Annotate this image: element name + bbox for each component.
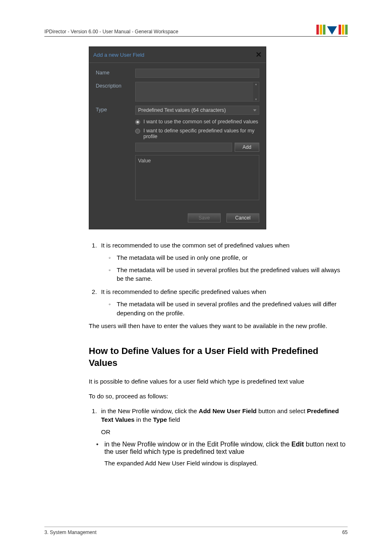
cancel-button[interactable]: Cancel bbox=[226, 213, 259, 222]
footer-section: 3. System Management bbox=[44, 530, 97, 535]
name-label: Name bbox=[96, 69, 135, 78]
radio-label: I want to use the common set of predefin… bbox=[143, 119, 258, 125]
radio-label: I want to define specific predefined val… bbox=[143, 128, 259, 139]
list-item: It is recommended to use the common set … bbox=[99, 241, 348, 283]
paragraph: The expanded Add New User Field window i… bbox=[104, 459, 348, 468]
radio-common-values[interactable]: I want to use the common set of predefin… bbox=[135, 119, 259, 125]
add-user-field-dialog: Add a new User Field ✕ Name Description … bbox=[89, 46, 266, 229]
paragraph: It is possible to define values for a us… bbox=[89, 377, 348, 386]
description-label: Description bbox=[96, 82, 135, 102]
add-value-input[interactable] bbox=[135, 143, 232, 152]
paragraph: To do so, proceed as follows: bbox=[89, 392, 348, 401]
running-head: IPDirector - Version 6.00 - User Manual … bbox=[44, 29, 178, 35]
description-input[interactable]: ▴▾ bbox=[135, 82, 259, 102]
name-input[interactable] bbox=[135, 69, 259, 78]
list-item: The metadata will be used in several pro… bbox=[111, 300, 348, 318]
list-item: The metadata will be used in several pro… bbox=[111, 266, 348, 284]
page-footer: 3. System Management 65 bbox=[44, 527, 348, 535]
page-header: IPDirector - Version 6.00 - User Manual … bbox=[44, 25, 348, 37]
radio-icon bbox=[135, 129, 140, 134]
recommendation-list: It is recommended to use the common set … bbox=[89, 241, 348, 317]
save-button[interactable]: Save bbox=[188, 213, 221, 222]
value-list-header: Value bbox=[138, 158, 256, 164]
value-list[interactable]: Value bbox=[135, 155, 259, 200]
list-item: in the New Profile window or in the Edit… bbox=[99, 441, 348, 468]
procedure-list: in the New Profile window, click the Add… bbox=[89, 407, 348, 437]
page-number: 65 bbox=[342, 530, 348, 535]
type-value: Predefined Text values (64 characters) bbox=[138, 107, 226, 113]
radio-icon bbox=[135, 120, 140, 125]
procedure-bullet: in the New Profile window or in the Edit… bbox=[89, 441, 348, 468]
close-icon[interactable]: ✕ bbox=[256, 50, 262, 59]
section-heading: How to Define Values for a User Field wi… bbox=[89, 345, 348, 369]
list-item: The metadata will be used in only one pr… bbox=[111, 253, 348, 262]
dialog-titlebar: Add a new User Field ✕ bbox=[89, 47, 266, 63]
radio-specific-values[interactable]: I want to define specific predefined val… bbox=[135, 128, 259, 139]
evs-logo bbox=[316, 25, 348, 35]
chevron-down-icon bbox=[253, 109, 256, 111]
paragraph: The users will then have to enter the va… bbox=[89, 321, 348, 331]
add-button[interactable]: Add bbox=[235, 143, 259, 152]
paragraph: OR bbox=[101, 428, 348, 437]
scrollbar[interactable]: ▴▾ bbox=[253, 82, 259, 101]
dialog-title: Add a new User Field bbox=[93, 52, 144, 58]
type-select[interactable]: Predefined Text values (64 characters) bbox=[135, 106, 259, 115]
list-item: It is recommended to define specific pre… bbox=[99, 287, 348, 317]
list-item: in the New Profile window, click the Add… bbox=[99, 407, 348, 437]
type-label: Type bbox=[96, 106, 135, 200]
